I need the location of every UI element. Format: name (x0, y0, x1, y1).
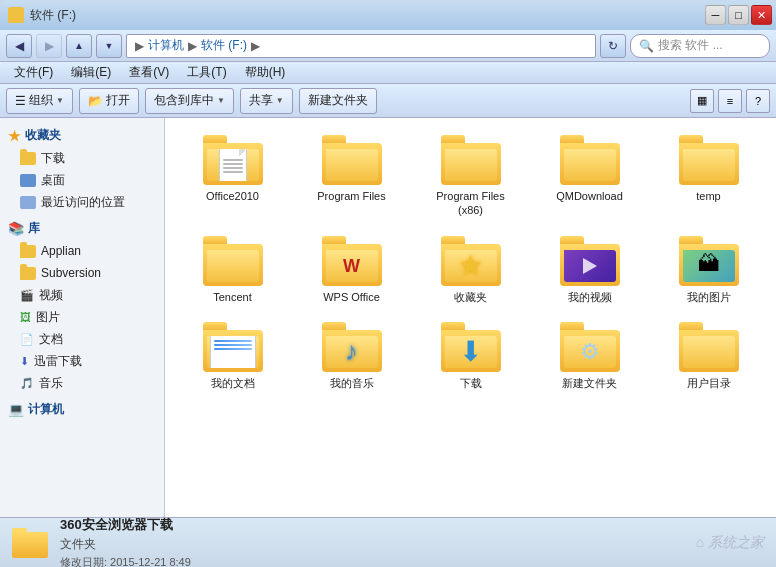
sidebar-item-music[interactable]: 🎵 音乐 (0, 372, 164, 394)
sidebar-item-video[interactable]: 🎬 视频 (0, 284, 164, 306)
library-section: 📚 库 Applian Subversion 🎬 视频 🖼 图片 📄 文 (0, 217, 164, 394)
wps-folder-icon: W (322, 236, 382, 286)
file-item-new-folder[interactable]: ⚙ 新建文件夹 (532, 315, 647, 397)
organize-arrow: ▼ (56, 96, 64, 105)
file-item-my-music[interactable]: ♪ 我的音乐 (294, 315, 409, 397)
sidebar-item-downloads[interactable]: 下载 (0, 147, 164, 169)
search-placeholder: 搜索 软件 ... (658, 37, 723, 54)
sidebar-item-recent[interactable]: 最近访问的位置 (0, 191, 164, 213)
sidebar-item-images[interactable]: 🖼 图片 (0, 306, 164, 328)
file-item-my-docs[interactable]: 我的文档 (175, 315, 290, 397)
file-label-tencent: Tencent (213, 290, 252, 304)
program-files-x86-folder-icon (441, 135, 501, 185)
toolbar-right: ▦ ≡ ? (690, 89, 770, 113)
menu-tools[interactable]: 工具(T) (179, 62, 234, 83)
file-label-download: 下载 (460, 376, 482, 390)
sidebar: ★ 收藏夹 下载 桌面 最近访问的位置 📚 库 Ap (0, 118, 165, 517)
favorites-folder-icon: ★ (441, 236, 501, 286)
file-label-favorites: 收藏夹 (454, 290, 487, 304)
sidebar-item-xunlei[interactable]: ⬇ 迅雷下载 (0, 350, 164, 372)
sidebar-item-applian[interactable]: Applian (0, 240, 164, 262)
recent-locations-button[interactable]: ▼ (96, 34, 122, 58)
file-label-my-videos: 我的视频 (568, 290, 612, 304)
music-decoration: ♪ (345, 336, 358, 367)
path-computer[interactable]: 计算机 (148, 37, 184, 54)
refresh-button[interactable]: ↻ (600, 34, 626, 58)
status-selected-type: 文件夹 (60, 536, 191, 553)
file-label-qmdownload: QMDownload (556, 189, 623, 203)
xunlei-icon: ⬇ (20, 355, 29, 368)
computer-icon: 💻 (8, 402, 24, 417)
file-label-my-docs: 我的文档 (211, 376, 255, 390)
my-videos-folder-icon (560, 236, 620, 286)
include-library-button[interactable]: 包含到库中 ▼ (145, 88, 234, 114)
back-button[interactable]: ◀ (6, 34, 32, 58)
help-button[interactable]: ? (746, 89, 770, 113)
file-item-favorites[interactable]: ★ 收藏夹 (413, 229, 528, 311)
maximize-button[interactable]: □ (728, 5, 749, 25)
file-item-temp[interactable]: temp (651, 128, 766, 225)
subversion-icon (20, 267, 36, 280)
new-folder-icon: ⚙ (560, 322, 620, 372)
organize-icon: ☰ (15, 94, 26, 108)
docs-decoration (210, 336, 256, 368)
status-info: 360安全浏览器下载 文件夹 修改日期: 2015-12-21 8:49 (60, 516, 191, 568)
path-drive[interactable]: 软件 (F:) (201, 37, 247, 54)
file-item-wps[interactable]: W WPS Office (294, 229, 409, 311)
my-docs-folder-icon (203, 322, 263, 372)
new-folder-button[interactable]: 新建文件夹 (299, 88, 377, 114)
file-label-my-pictures: 我的图片 (687, 290, 731, 304)
window-icon (8, 7, 24, 23)
sidebar-item-documents[interactable]: 📄 文档 (0, 328, 164, 350)
search-box[interactable]: 🔍 搜索 软件 ... (630, 34, 770, 58)
status-selected-name: 360安全浏览器下载 (60, 516, 191, 534)
downloads-folder-icon (20, 152, 36, 165)
document-icon: 📄 (20, 333, 34, 346)
view-toggle-button[interactable]: ▦ (690, 89, 714, 113)
menu-edit[interactable]: 编辑(E) (63, 62, 119, 83)
file-item-program-files-x86[interactable]: Program Files (x86) (413, 128, 528, 225)
title-bar: 软件 (F:) ─ □ ✕ (0, 0, 776, 30)
file-item-program-files[interactable]: Program Files (294, 128, 409, 225)
recent-icon (20, 196, 36, 209)
computer-section: 💻 计算机 (0, 398, 164, 421)
puzzle-decoration: ⚙ (580, 339, 600, 365)
sidebar-item-subversion[interactable]: Subversion (0, 262, 164, 284)
favorites-section: ★ 收藏夹 下载 桌面 最近访问的位置 (0, 124, 164, 213)
organize-button[interactable]: ☰ 组织 ▼ (6, 88, 73, 114)
menu-file[interactable]: 文件(F) (6, 62, 61, 83)
up-button[interactable]: ▲ (66, 34, 92, 58)
applian-icon (20, 245, 36, 258)
file-item-my-pictures[interactable]: 我的图片 (651, 229, 766, 311)
file-item-download[interactable]: ⬇ 下载 (413, 315, 528, 397)
image-icon: 🖼 (20, 311, 31, 323)
file-label-new-folder: 新建文件夹 (562, 376, 617, 390)
forward-button[interactable]: ▶ (36, 34, 62, 58)
library-header: 📚 库 (0, 217, 164, 240)
library-icon: 📚 (8, 221, 24, 236)
video-decoration (564, 250, 616, 282)
view-details-button[interactable]: ≡ (718, 89, 742, 113)
open-icon: 📂 (88, 94, 103, 108)
close-button[interactable]: ✕ (751, 5, 772, 25)
status-right: ⌂ 系统之家 (696, 534, 764, 552)
temp-folder-icon (679, 135, 739, 185)
address-path[interactable]: ▶ 计算机 ▶ 软件 (F:) ▶ (126, 34, 596, 58)
file-item-tencent[interactable]: Tencent (175, 229, 290, 311)
file-item-qmdownload[interactable]: QMDownload (532, 128, 647, 225)
menu-help[interactable]: 帮助(H) (237, 62, 294, 83)
share-button[interactable]: 共享 ▼ (240, 88, 293, 114)
tencent-folder-icon (203, 236, 263, 286)
file-item-office2010[interactable]: Office2010 (175, 128, 290, 225)
minimize-button[interactable]: ─ (705, 5, 726, 25)
menu-view[interactable]: 查看(V) (121, 62, 177, 83)
open-button[interactable]: 📂 打开 (79, 88, 139, 114)
file-item-user-dir[interactable]: 用户目录 (651, 315, 766, 397)
main-area: ★ 收藏夹 下载 桌面 最近访问的位置 📚 库 Ap (0, 118, 776, 517)
star-icon: ★ (8, 128, 21, 144)
file-item-my-videos[interactable]: 我的视频 (532, 229, 647, 311)
user-dir-folder-icon (679, 322, 739, 372)
doc-inside-icon (219, 149, 247, 181)
watermark: ⌂ 系统之家 (696, 534, 764, 552)
sidebar-item-desktop[interactable]: 桌面 (0, 169, 164, 191)
